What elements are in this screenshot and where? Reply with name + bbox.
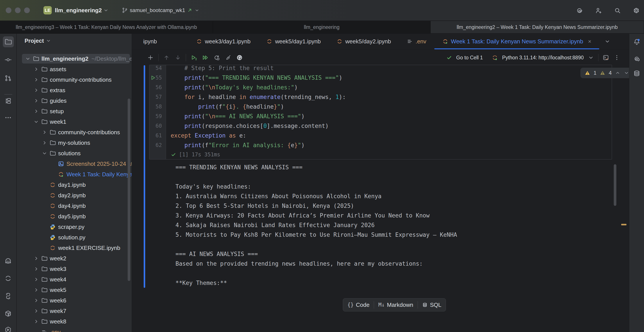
prev-problem-icon[interactable] [615, 70, 620, 76]
maximize-window-button[interactable] [24, 7, 30, 13]
huggingface-tool-icon[interactable] [4, 257, 12, 265]
tree-row--env[interactable]: .env [17, 327, 132, 332]
run-all-cells-icon[interactable] [202, 54, 209, 61]
commit-tool-icon[interactable] [4, 56, 12, 64]
notifications-bell-icon[interactable] [633, 38, 641, 46]
chevron-down-icon[interactable] [588, 54, 594, 61]
window-tab[interactable]: llm_engineering3 – Week 1 Task: Kenyan D… [0, 21, 213, 33]
ai-assistant-chat-icon[interactable] [633, 54, 641, 62]
code-line-58[interactable]: print(f"{i}. {headline}") [166, 102, 612, 112]
go-to-cell-button[interactable]: Go to Cell 1 [456, 55, 483, 61]
run-cell-gutter-icon[interactable] [150, 75, 156, 81]
restart-kernel-icon[interactable] [213, 54, 220, 61]
code-line-61[interactable]: except Exception as e: [166, 131, 612, 140]
chevron-down-icon[interactable] [42, 149, 49, 157]
code-with-me-icon[interactable] [595, 7, 602, 14]
tree-row-day2-ipynb[interactable]: day2.ipynb [17, 190, 132, 201]
chevron-right-icon[interactable] [33, 265, 41, 273]
code-cell[interactable]: 545556575859606162 # Step 5: Print the r… [149, 65, 612, 160]
inspections-widget[interactable]: 1 4 [580, 68, 633, 78]
chevron-right-icon[interactable] [33, 107, 41, 115]
jupyter-console-icon[interactable] [602, 54, 609, 61]
ai-assistant-icon[interactable] [576, 7, 584, 14]
chevron-right-icon[interactable] [33, 297, 41, 304]
tree-row-week3[interactable]: week3 [17, 264, 132, 274]
chevron-right-icon[interactable] [33, 76, 41, 84]
chevron-down-icon[interactable] [103, 7, 109, 13]
code-line-56[interactable]: print("\nToday's key headlines:") [166, 83, 612, 92]
code-line-57[interactable]: for i, headline in enumerate(trending_ne… [166, 92, 612, 102]
chevron-right-icon[interactable] [33, 254, 41, 262]
tree-row-week8[interactable]: week8 [17, 316, 132, 327]
move-cell-down-icon[interactable] [174, 54, 182, 61]
tree-row-guides[interactable]: guides [17, 96, 132, 106]
code-line-62[interactable]: print(f"Error in AI analysis: {e}") [166, 140, 612, 150]
add-cell-icon[interactable] [147, 54, 154, 61]
add-code-cell-button[interactable]: {} Code [348, 302, 370, 308]
chevron-right-icon[interactable] [42, 139, 49, 147]
tree-row-my-solutions[interactable]: my-solutions [17, 138, 132, 148]
chevron-down-icon[interactable] [33, 118, 41, 126]
chevron-right-icon[interactable] [33, 97, 41, 105]
editor-tab-week5-day2-ipynb[interactable]: week5/day2.ipynb [328, 34, 399, 49]
tree-row-day5-ipynb[interactable]: day5.ipynb [17, 211, 132, 222]
minimize-window-button[interactable] [15, 7, 20, 13]
tree-row-solution-py[interactable]: solution.py [17, 232, 132, 243]
chevron-right-icon[interactable] [33, 86, 41, 94]
window-tab[interactable]: llm_engineering [213, 21, 430, 33]
clear-outputs-icon[interactable] [224, 54, 232, 61]
tree-row-screenshot-2025-10-24-at[interactable]: Screenshot 2025-10-24 at [17, 159, 132, 169]
search-everywhere-icon[interactable] [614, 7, 621, 14]
more-options-icon[interactable] [613, 54, 620, 61]
add-markdown-cell-button[interactable]: M↓ Markdown [378, 302, 413, 308]
tree-row-setup[interactable]: setup [17, 106, 132, 117]
chevron-right-icon[interactable] [33, 276, 41, 283]
services-tool-icon[interactable] [4, 326, 12, 332]
git-branch-widget[interactable]: samuel_bootcamp_wk1 [122, 7, 200, 13]
project-selector-label[interactable]: llm_engineering2 [55, 7, 102, 14]
structure-tool-icon[interactable] [4, 97, 12, 105]
tree-row-community-contributions[interactable]: community-contributions [17, 74, 132, 85]
code-line-55[interactable]: print("=== TRENDING KENYAN NEWS ANALYSIS… [166, 73, 612, 83]
tree-row-week1[interactable]: week1 [17, 117, 132, 127]
move-cell-up-icon[interactable] [163, 54, 170, 61]
tree-row-scraper-py[interactable]: scraper.py [17, 222, 132, 232]
tree-row-day4-ipynb[interactable]: day4.ipynb [17, 201, 132, 211]
editor-tab--env[interactable]: .env [399, 34, 434, 49]
settings-gear-icon[interactable] [632, 7, 640, 14]
tab-list-chevron-icon[interactable] [604, 34, 611, 49]
editor-tab-week3-day1-ipynb[interactable]: week3/day1.ipynb [188, 34, 258, 49]
chevron-right-icon[interactable] [33, 318, 41, 326]
chevron-right-icon[interactable] [42, 128, 49, 136]
close-tab-icon[interactable]: × [588, 38, 591, 45]
tree-row-llm-engineering2[interactable]: llm_engineering2~/Desktop/llm_eng [17, 53, 132, 64]
code-line-60[interactable]: print(response.choices[0].message.conten… [166, 121, 612, 131]
add-sql-cell-button[interactable]: SQL [422, 302, 441, 308]
tree-row-week1-exercise-ipynb[interactable]: week1 EXERCISE.ipynb [17, 243, 132, 253]
editor-scrollbar[interactable] [614, 164, 616, 206]
chevron-right-icon[interactable] [33, 65, 41, 73]
tree-row-week-1-task-daily-kenyan[interactable]: Week 1 Task: Daily Kenyan [17, 169, 132, 179]
code-line-54[interactable]: # Step 5: Print the result [166, 65, 612, 73]
github-icon[interactable] [236, 54, 243, 61]
editor-tab-ipynb[interactable]: ipynb [132, 34, 188, 49]
tree-row-week7[interactable]: week7 [17, 306, 132, 316]
error-stripe-mark[interactable] [621, 224, 626, 225]
kernel-selector[interactable]: Python 3.11.14: http://localhost:8890 [502, 55, 584, 61]
tree-row-week4[interactable]: week4 [17, 274, 132, 285]
code-line-59[interactable]: print("\n=== AI NEWS ANALYSIS ===") [166, 112, 612, 121]
chevron-right-icon[interactable] [33, 307, 41, 315]
python-packages-tool-icon[interactable] [4, 292, 12, 300]
python-console-tool-icon[interactable] [4, 310, 12, 318]
tree-row-community-contributions[interactable]: community-contributions [17, 127, 132, 138]
jupyter-tool-icon[interactable] [4, 274, 12, 282]
editor-tab-week5-day1-ipynb[interactable]: week5/day1.ipynb [258, 34, 328, 49]
tree-row-day1-ipynb[interactable]: day1.ipynb [17, 179, 132, 190]
project-tree-scrollbar[interactable] [128, 99, 130, 281]
tree-row-solutions[interactable]: solutions [17, 148, 132, 159]
chevron-down-icon[interactable] [25, 55, 33, 63]
more-tools-icon[interactable] [4, 114, 12, 122]
tree-row-assets[interactable]: assets [17, 64, 132, 74]
editor-tab-week-1-task-daily-kenyan-news-summarizer-ipynb[interactable]: Week 1 Task: Daily Kenyan News Summarize… [434, 34, 599, 49]
run-cell-icon[interactable] [190, 54, 198, 61]
